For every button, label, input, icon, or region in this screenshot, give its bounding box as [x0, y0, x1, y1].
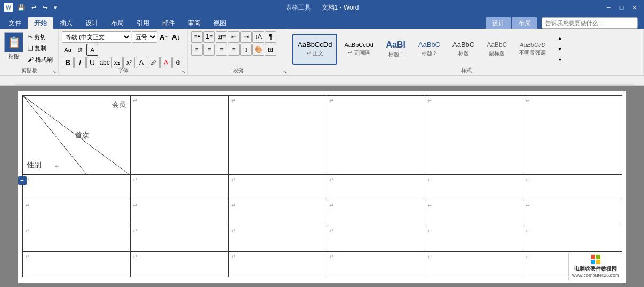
font-increase-btn[interactable]: A↑ — [158, 31, 170, 43]
document-area[interactable]: + 会员 ↵ — [0, 86, 644, 287]
multilevel-btn[interactable]: ⊞≡ — [216, 31, 227, 43]
quick-undo-btn[interactable]: ↩ — [30, 4, 38, 11]
font-size-select[interactable]: 五号 — [132, 31, 157, 43]
watermark-site-label: 电脑软硬件教程网 — [574, 265, 617, 273]
paste-btn[interactable]: 📋 粘贴 — [3, 31, 25, 61]
table-cell-r2c3[interactable]: ↵ — [327, 200, 425, 226]
table-cell-r3c1[interactable]: ↵ — [130, 226, 228, 252]
table-cell-r3c0[interactable]: ↵ — [22, 226, 130, 252]
bullets-btn[interactable]: ≡• — [191, 31, 203, 43]
watermark-logo: 电脑软硬件教程网 www.computer26.com — [568, 253, 623, 280]
table-cell-r0c3[interactable]: ↵ — [327, 96, 425, 175]
tab-mailings[interactable]: 邮件 — [156, 17, 181, 29]
style-heading1-preview: AaBl — [386, 40, 406, 50]
search-input[interactable] — [542, 17, 638, 29]
border-btn[interactable]: ⊞ — [265, 44, 276, 56]
styles-up-btn[interactable]: ▲ — [554, 33, 566, 44]
shading-btn[interactable]: 🎨 — [252, 44, 264, 56]
format-painter-btn[interactable]: 🖌 格式刷 — [26, 55, 55, 65]
tab-table-layout[interactable]: 布局 — [512, 17, 537, 29]
styles-down-btn[interactable]: ▼ — [554, 44, 566, 55]
windows-logo — [591, 255, 600, 264]
style-title[interactable]: AaBbC 标题 — [447, 34, 480, 65]
clear-format-btn[interactable]: Aa — [62, 44, 74, 56]
line-spacing-btn[interactable]: ↕ — [240, 44, 252, 56]
styles-group: AaBbCcDd ↵ 正文 AaBbCcDd ↵ 无间隔 AaBl 标题 1 A… — [289, 29, 644, 75]
font-expand[interactable]: ↘ — [181, 69, 186, 74]
table-cell-r4c1[interactable]: ↵ — [130, 252, 228, 277]
ruler-svg — [15, 76, 634, 85]
table-cell-r1c1[interactable]: ↵ — [130, 175, 228, 200]
table-cell-r3c5[interactable]: ↵ — [523, 226, 622, 252]
return-mark: ↵ — [231, 228, 236, 234]
tab-view[interactable]: 视图 — [207, 17, 233, 29]
title-bar: W 💾 ↩ ↪ ▾ 表格工具 文档1 - Word ─ □ ✕ — [0, 0, 644, 15]
tab-references[interactable]: 引用 — [130, 17, 156, 29]
diagonal-header-cell[interactable]: 会员 ↵ 首次 ↵ 性别 ↵ — [22, 96, 130, 175]
align-center-btn[interactable]: ≡ — [203, 44, 215, 56]
table-cell-r2c2[interactable]: ↵ — [228, 200, 327, 226]
style-subtitle[interactable]: AaBbC 副标题 — [481, 34, 512, 65]
quick-redo-btn[interactable]: ↪ — [41, 4, 49, 11]
style-heading2[interactable]: AaBbC 标题 2 — [413, 34, 446, 65]
table-cell-r2c5[interactable]: ↵ — [523, 200, 622, 226]
numbering-btn[interactable]: 1≡ — [203, 31, 215, 43]
tab-home[interactable]: 开始 — [28, 17, 53, 29]
font-decrease-btn[interactable]: A↓ — [170, 31, 182, 43]
table-cell-r4c3[interactable]: ↵ — [327, 252, 425, 277]
font-family-select[interactable]: 等线 (中文正文 — [62, 31, 131, 43]
quick-more-btn[interactable]: ▾ — [52, 4, 59, 11]
table-cell-r1c5[interactable]: ↵ — [523, 175, 622, 200]
indent-decrease-btn[interactable]: ⇤ — [228, 31, 240, 43]
tab-table-design[interactable]: 设计 — [486, 17, 511, 29]
show-para-btn[interactable]: ¶ — [265, 31, 276, 43]
align-left-btn[interactable]: ≡ — [191, 44, 203, 56]
table-cell-r0c4[interactable]: ↵ — [425, 96, 523, 175]
style-heading2-label: 标题 2 — [422, 50, 436, 57]
table-cell-r0c2[interactable]: ↵ — [228, 96, 327, 175]
table-cell-r1c3[interactable]: ↵ — [327, 175, 425, 200]
justify-btn[interactable]: ≡ — [228, 44, 240, 56]
phonetic-btn[interactable]: 拼 — [74, 44, 86, 56]
tab-file[interactable]: 文件 — [2, 17, 28, 29]
table-cell-r3c3[interactable]: ↵ — [327, 226, 425, 252]
indent-increase-btn[interactable]: ⇥ — [240, 31, 252, 43]
style-subtle-emphasis[interactable]: AaBbCcD 不明显强调 — [514, 34, 551, 65]
table-cell-r4c2[interactable]: ↵ — [228, 252, 327, 277]
paragraph-expand[interactable]: ↘ — [283, 69, 287, 74]
table-cell-r2c1[interactable]: ↵ — [130, 200, 228, 226]
tab-insert[interactable]: 插入 — [53, 17, 79, 29]
style-heading1[interactable]: AaBl 标题 1 — [380, 34, 411, 65]
tab-review[interactable]: 审阅 — [181, 17, 207, 29]
align-right-btn[interactable]: ≡ — [216, 44, 227, 56]
add-row-handle[interactable]: + — [18, 176, 27, 185]
table-cell-r0c1[interactable]: ↵ — [130, 96, 228, 175]
styles-more-btn[interactable]: ▾ — [554, 55, 566, 65]
return-mark: ↵ — [133, 202, 138, 208]
restore-btn[interactable]: □ — [616, 3, 627, 12]
table-cell-r4c0[interactable]: ↵ — [22, 252, 130, 277]
table-cell-r1c4[interactable]: ↵ — [425, 175, 523, 200]
table-cell-r3c4[interactable]: ↵ — [425, 226, 523, 252]
table-cell-r2c0[interactable]: ↵ — [22, 200, 130, 226]
style-no-spacing[interactable]: AaBbCcDd ↵ 无间隔 — [339, 34, 378, 65]
table-cell-r4c4[interactable]: ↵ — [425, 252, 523, 277]
table-cell-r1c0[interactable]: ↵ — [22, 175, 130, 200]
table-cell-r1c2[interactable]: ↵ — [228, 175, 327, 200]
close-btn[interactable]: ✕ — [629, 3, 640, 12]
clipboard-expand[interactable]: ↘ — [52, 69, 57, 74]
quick-save-btn[interactable]: 💾 — [16, 4, 27, 11]
style-normal[interactable]: AaBbCcDd ↵ 正文 — [292, 34, 337, 65]
char-border-btn[interactable]: A — [86, 44, 98, 56]
first-return: ↵ — [82, 135, 87, 143]
tab-design[interactable]: 设计 — [79, 17, 105, 29]
cut-btn[interactable]: ✂ 剪切 — [26, 32, 55, 42]
minimize-btn[interactable]: ─ — [603, 3, 614, 12]
table-cell-r3c2[interactable]: ↵ — [228, 226, 327, 252]
table-cell-r0c5[interactable]: ↵ — [523, 96, 622, 175]
table-cell-r2c4[interactable]: ↵ — [425, 200, 523, 226]
sort-btn[interactable]: ↕A — [252, 31, 264, 43]
return-mark: ↵ — [526, 176, 530, 183]
copy-btn[interactable]: ❑ 复制 — [26, 43, 55, 53]
tab-layout[interactable]: 布局 — [105, 17, 130, 29]
